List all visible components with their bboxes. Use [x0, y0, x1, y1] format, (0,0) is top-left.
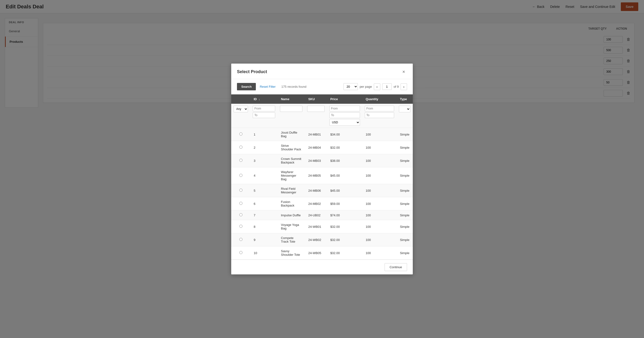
sku-filter-cell — [305, 104, 327, 128]
radio-cell-3 — [231, 154, 250, 167]
id-filter-cell — [250, 104, 278, 128]
id-cell-6: 6 — [250, 197, 278, 210]
sku-cell-3: 24-MB03 — [305, 154, 327, 167]
radio-cell-7 — [231, 210, 250, 220]
id-col-header[interactable]: ID ↓ — [250, 94, 278, 104]
id-cell-3: 3 — [250, 154, 278, 167]
id-cell-10: 10 — [250, 246, 278, 260]
sku-filter-input[interactable] — [307, 106, 324, 112]
table-row: 1 Joust Duffle Bag 24-MB01 $34.00 100 Si… — [231, 128, 413, 141]
quantity-from-input[interactable] — [365, 106, 394, 111]
radio-cell-8 — [231, 220, 250, 233]
price-col-header: Price — [327, 94, 362, 104]
id-cell-8: 8 — [250, 220, 278, 233]
modal-footer: Continue — [231, 260, 413, 274]
product-radio-4[interactable] — [239, 174, 242, 177]
modal-header: Select Product × — [231, 64, 413, 79]
name-cell-6: Fusion Backpack — [278, 197, 305, 210]
product-radio-7[interactable] — [239, 213, 242, 216]
filter-row: Any — [231, 104, 413, 128]
type-cell-2: Simple — [396, 141, 413, 154]
product-radio-6[interactable] — [239, 202, 242, 205]
table-row: 6 Fusion Backpack 24-MB02 $59.00 100 Sim… — [231, 197, 413, 210]
quantity-cell-1: 100 — [362, 128, 396, 141]
product-radio-10[interactable] — [239, 251, 242, 254]
radio-cell-9 — [231, 233, 250, 246]
quantity-cell-9: 100 — [362, 233, 396, 246]
select-col-header — [231, 94, 250, 104]
table-row: 10 Savvy Shoulder Tote 24-WB05 $32.00 10… — [231, 246, 413, 260]
continue-button[interactable]: Continue — [384, 263, 407, 271]
id-to-input[interactable] — [253, 112, 275, 118]
radio-cell-4 — [231, 167, 250, 184]
type-col-header: Type — [396, 94, 413, 104]
price-cell-8: $32.00 — [327, 220, 362, 233]
sku-cell-2: 24-MB04 — [305, 141, 327, 154]
sku-cell-9: 24-WB02 — [305, 233, 327, 246]
page-total: of 9 — [394, 85, 399, 89]
id-cell-1: 1 — [250, 128, 278, 141]
radio-cell-5 — [231, 184, 250, 197]
price-to-input[interactable] — [330, 112, 360, 118]
modal-title: Select Product — [237, 69, 267, 74]
sku-cell-8: 24-WB01 — [305, 220, 327, 233]
id-cell-7: 7 — [250, 210, 278, 220]
id-any-select[interactable]: Any — [234, 106, 248, 112]
name-cell-1: Joust Duffle Bag — [278, 128, 305, 141]
price-cell-2: $32.00 — [327, 141, 362, 154]
name-cell-7: Impulse Duffle — [278, 210, 305, 220]
prev-page-button[interactable]: ‹ — [374, 83, 380, 90]
per-page-label: per page — [360, 85, 372, 89]
name-col-header: Name — [278, 94, 305, 104]
product-radio-3[interactable] — [239, 159, 242, 162]
table-row: 2 Strive Shoulder Pack 24-MB04 $32.00 10… — [231, 141, 413, 154]
id-cell-2: 2 — [250, 141, 278, 154]
price-cell-3: $38.00 — [327, 154, 362, 167]
modal-toolbar: Search Reset Filter 175 records found 20… — [231, 79, 413, 94]
price-cell-1: $34.00 — [327, 128, 362, 141]
product-radio-8[interactable] — [239, 225, 242, 228]
sku-cell-4: 24-MB05 — [305, 167, 327, 184]
name-filter-cell — [278, 104, 305, 128]
price-from-input[interactable] — [330, 106, 360, 111]
type-filter-cell — [396, 104, 413, 128]
product-radio-5[interactable] — [239, 189, 242, 192]
modal-close-button[interactable]: × — [400, 68, 407, 75]
table-row: 3 Crown Summit Backpack 24-MB03 $38.00 1… — [231, 154, 413, 167]
quantity-to-input[interactable] — [365, 112, 394, 118]
sku-col-header: SKU — [305, 94, 327, 104]
product-radio-2[interactable] — [239, 146, 242, 149]
quantity-cell-6: 100 — [362, 197, 396, 210]
type-cell-1: Simple — [396, 128, 413, 141]
type-cell-10: Simple — [396, 246, 413, 260]
name-cell-2: Strive Shoulder Pack — [278, 141, 305, 154]
page-number-input[interactable] — [382, 83, 392, 90]
quantity-filter-cell — [362, 104, 396, 128]
product-radio-1[interactable] — [239, 132, 242, 136]
id-from-input[interactable] — [253, 106, 275, 111]
type-cell-5: Simple — [396, 184, 413, 197]
id-cell-5: 5 — [250, 184, 278, 197]
filter-select-cell: Any — [231, 104, 250, 128]
reset-filter-button[interactable]: Reset Filter — [260, 85, 276, 89]
type-cell-4: Simple — [396, 167, 413, 184]
per-page-select[interactable]: 20 30 50 100 200 — [344, 83, 358, 90]
table-row: 8 Voyage Yoga Bag 24-WB01 $32.00 100 Sim… — [231, 220, 413, 233]
type-filter-select[interactable] — [399, 106, 410, 112]
table-row: 7 Impulse Duffle 24-UB02 $74.00 100 Simp… — [231, 210, 413, 220]
next-page-button[interactable]: › — [400, 83, 407, 90]
table-row: 9 Compete Track Tote 24-WB02 $32.00 100 … — [231, 233, 413, 246]
table-row: 4 Wayfarer Messenger Bag 24-MB05 $45.00 … — [231, 167, 413, 184]
product-radio-9[interactable] — [239, 238, 242, 241]
search-button[interactable]: Search — [237, 83, 256, 90]
quantity-cell-8: 100 — [362, 220, 396, 233]
name-cell-10: Savvy Shoulder Tote — [278, 246, 305, 260]
name-cell-9: Compete Track Tote — [278, 233, 305, 246]
id-any-filter: Any — [234, 106, 248, 112]
sku-cell-6: 24-MB02 — [305, 197, 327, 210]
quantity-col-header: Quantity — [362, 94, 396, 104]
price-currency-select[interactable]: USD EUR GBP — [330, 119, 360, 126]
quantity-cell-7: 100 — [362, 210, 396, 220]
name-filter-input[interactable] — [280, 106, 302, 112]
price-cell-9: $32.00 — [327, 233, 362, 246]
